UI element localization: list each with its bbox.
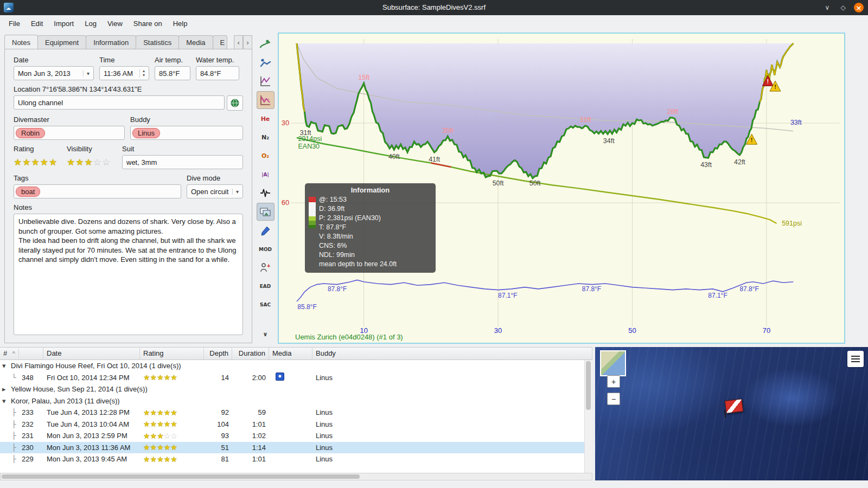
swimmer-icon[interactable] <box>257 54 274 71</box>
dive-buddy-cell: Linus <box>312 444 585 452</box>
air-temp-field[interactable] <box>155 66 190 80</box>
svg-text:!: ! <box>767 78 769 85</box>
dive-list-vertical-scrollbar[interactable] <box>584 360 592 473</box>
maximize-window-icon[interactable]: ◇ <box>838 3 848 12</box>
trip-row[interactable]: ▾Divi Flamingo House Reef, Fri Oct 10, 2… <box>0 360 585 372</box>
dive-row[interactable]: └348Fri Oct 10, 2014 12:34 PM★★★★★142:00… <box>0 372 585 384</box>
media-icon[interactable] <box>276 373 284 381</box>
divemaster-label: Divemaster <box>14 115 125 124</box>
dive-list-horizontal-scrollbar[interactable] <box>0 473 592 480</box>
dive-mode-icon[interactable] <box>257 36 274 53</box>
dive-row[interactable]: ├231Mon Jun 3, 2013 2:59 PM★★★☆☆931:02Li… <box>0 430 585 442</box>
tag-chip[interactable]: boat <box>16 187 40 197</box>
collapse-arrow-icon[interactable]: ▾ <box>0 397 11 405</box>
calculated-ceiling-icon[interactable] <box>257 91 275 109</box>
svg-text:2914psi: 2914psi <box>298 135 322 143</box>
dive-row[interactable]: ├230Mon Jun 3, 2013 11:36 AM★★★★★511:14L… <box>0 442 585 454</box>
scrollbar-thumb[interactable] <box>586 361 591 410</box>
menu-item-edit[interactable]: Edit <box>25 17 48 30</box>
tab-e[interactable]: E <box>213 35 228 49</box>
menu-item-help[interactable]: Help <box>168 17 193 30</box>
dive-date-cell: Fri Oct 10, 2014 12:34 PM <box>43 374 140 382</box>
column-header-date[interactable]: Date <box>43 348 140 359</box>
close-window-icon[interactable]: × <box>854 3 864 12</box>
map-menu-button[interactable] <box>847 351 864 367</box>
map-overview-thumbnail[interactable] <box>600 350 626 376</box>
sac-toggle-icon[interactable]: SAC <box>257 296 274 313</box>
globe-icon[interactable] <box>227 95 243 111</box>
buddy-field[interactable]: Linus <box>130 126 243 140</box>
svg-text:41ft: 41ft <box>429 156 440 163</box>
dive-flag-marker[interactable] <box>725 399 744 414</box>
photos-toggle-icon[interactable] <box>257 203 275 221</box>
dive-row[interactable]: ├233Tue Jun 4, 2013 12:28 PM★★★★★9259Lin… <box>0 407 585 419</box>
map-zoom-out-button[interactable]: − <box>607 393 620 405</box>
trip-label: Yellow House, Sun Sep 21, 2014 (1 dive(s… <box>11 385 148 393</box>
ruler-icon[interactable] <box>257 222 274 239</box>
tab-statistics[interactable]: Statistics <box>136 35 179 49</box>
menu-item-file[interactable]: File <box>3 17 25 30</box>
tab-equipment[interactable]: Equipment <box>37 35 86 49</box>
column-header-num[interactable]: # ^ <box>0 348 43 359</box>
trip-row[interactable]: ▾Koror, Palau, Jun 2013 (11 dive(s)) <box>0 395 585 407</box>
shade-window-icon[interactable]: ∨ <box>822 3 832 12</box>
column-header-media[interactable]: Media <box>269 348 312 359</box>
column-header-buddy[interactable]: Buddy <box>312 348 592 359</box>
deco-model-icon[interactable]: + <box>257 259 274 276</box>
dc-reported-ceiling-icon[interactable] <box>257 73 274 89</box>
oxygen-pp-icon[interactable]: O₂ <box>257 147 274 164</box>
visibility-stars[interactable]: ★★★☆☆ <box>67 155 117 169</box>
column-header-rating[interactable]: Rating <box>140 348 204 359</box>
visibility-label: Visibility <box>67 145 117 153</box>
dive-row[interactable]: ├229Mon Jun 3, 2013 9:45 AM★★★★★811:01Li… <box>0 453 585 465</box>
menu-item-import[interactable]: Import <box>48 17 79 30</box>
dive-row[interactable]: ├232Tue Jun 4, 2013 10:04 AM★★★★★1041:01… <box>0 419 585 431</box>
rating-stars[interactable]: ★★★★★ <box>14 155 61 169</box>
dive-mode-dropdown[interactable]: Open circuit ▾ <box>187 184 243 198</box>
column-header-duration[interactable]: Duration <box>232 348 269 359</box>
menu-item-view[interactable]: View <box>102 17 128 30</box>
menu-item-log[interactable]: Log <box>79 17 102 30</box>
tab-scroll-left-icon[interactable]: ‹ <box>234 35 243 49</box>
mod-toggle-icon[interactable]: MOD <box>257 241 274 258</box>
dive-rating-cell: ★★★★★ <box>140 420 204 428</box>
trip-row[interactable]: ▸Yellow House, Sun Sep 21, 2014 (1 dive(… <box>0 383 585 395</box>
date-dropdown[interactable]: Mon Jun 3, 2013 ▾ <box>14 66 94 80</box>
divemaster-field[interactable]: Robin <box>14 126 125 140</box>
suit-field[interactable] <box>122 155 243 169</box>
notes-textarea[interactable]: Unbelievable dive. Dozens and dozens of … <box>14 214 243 335</box>
ceiling-abs-icon[interactable]: |A| <box>257 166 274 183</box>
tags-field[interactable]: boat <box>14 184 181 198</box>
location-field[interactable] <box>14 95 225 110</box>
helium-pp-icon[interactable]: He <box>257 111 274 127</box>
heart-rate-icon[interactable] <box>257 184 274 201</box>
collapse-arrow-icon[interactable]: ▾ <box>0 362 11 370</box>
buddy-chip[interactable]: Linus <box>132 128 160 138</box>
dive-depth-cell: 51 <box>204 444 232 452</box>
water-temp-field[interactable] <box>196 66 239 80</box>
dive-profile-chart[interactable]: 30601030507031ft15ft40ft41ft35ft50ft50ft… <box>278 33 845 344</box>
scrollbar-thumb[interactable] <box>2 474 360 479</box>
map-zoom-in-button[interactable]: + <box>607 375 620 388</box>
tab-media[interactable]: Media <box>178 35 213 49</box>
chevron-down-icon: ▾ <box>83 70 90 76</box>
collapse-toolbar-icon[interactable]: ∨ <box>257 326 274 343</box>
ead-toggle-icon[interactable]: EAD <box>257 278 274 294</box>
info-box-title: Information <box>309 185 431 195</box>
time-spinner[interactable]: 11:36 AM ▴▾ <box>99 66 149 80</box>
dive-buddy-cell: Linus <box>312 432 585 440</box>
spin-down-icon[interactable]: ▾ <box>143 73 145 78</box>
expand-arrow-icon[interactable]: ▸ <box>0 385 11 393</box>
svg-text:85.8°F: 85.8°F <box>297 303 316 311</box>
tab-notes[interactable]: Notes <box>4 35 38 49</box>
menu-item-share-on[interactable]: Share on <box>128 17 168 30</box>
tab-scroll-right-icon[interactable]: › <box>243 35 252 49</box>
divemaster-chip[interactable]: Robin <box>16 128 45 138</box>
dive-rating-cell: ★★★★★ <box>140 455 204 464</box>
dive-date-cell: Tue Jun 4, 2013 12:28 PM <box>43 408 140 416</box>
dive-duration-cell: 1:01 <box>232 420 269 428</box>
tab-information[interactable]: Information <box>86 35 136 49</box>
dive-site-map[interactable]: + − <box>595 347 868 480</box>
nitrogen-pp-icon[interactable]: N₂ <box>257 129 274 146</box>
column-header-depth[interactable]: Depth <box>204 348 232 359</box>
